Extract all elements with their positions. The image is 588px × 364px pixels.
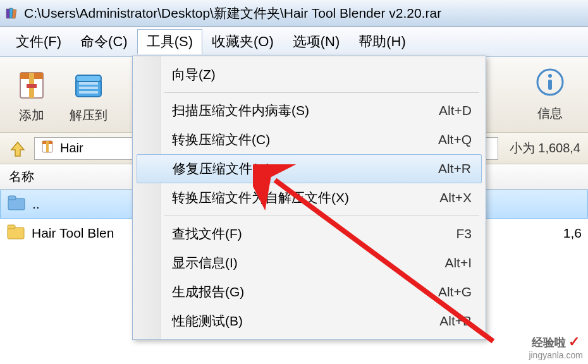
menu-benchmark[interactable]: 性能测试(B) Alt+B: [134, 306, 484, 336]
menu-file[interactable]: 文件(F): [6, 29, 71, 54]
menu-options[interactable]: 选项(N): [283, 29, 350, 54]
watermark: 经验啦 ✓ jingyanla.com: [529, 334, 583, 360]
menu-bar: 文件(F) 命令(C) 工具(S) 收藏夹(O) 选项(N) 帮助(H): [0, 27, 588, 57]
svg-rect-10: [79, 87, 98, 89]
info-icon: [531, 63, 569, 101]
menu-to-sfx[interactable]: 转换压缩文件为自解压文件(X) Alt+X: [134, 183, 484, 212]
menu-tools[interactable]: 工具(S): [137, 29, 202, 54]
info-label: 信息: [537, 105, 563, 122]
menu-show-info[interactable]: 显示信息(I) Alt+I: [134, 248, 484, 277]
extract-label: 解压到: [70, 107, 107, 124]
up-button[interactable]: [8, 138, 28, 159]
svg-point-13: [548, 74, 552, 78]
extract-button[interactable]: 解压到: [70, 65, 107, 124]
size-info: 小为 1,608,4: [505, 140, 580, 157]
folder-size: 1,6: [563, 226, 588, 241]
add-label: 添加: [19, 107, 44, 124]
separator: [164, 215, 479, 216]
svg-rect-19: [8, 196, 16, 200]
separator: [164, 92, 479, 93]
check-icon: ✓: [568, 334, 580, 349]
add-icon: [13, 65, 51, 103]
folder-icon: [6, 224, 25, 243]
menu-command[interactable]: 命令(C): [71, 29, 137, 54]
menu-help[interactable]: 帮助(H): [349, 29, 415, 54]
folder-name: Hair Tool Blen: [32, 226, 114, 241]
menu-wizard[interactable]: 向导(Z): [134, 60, 484, 89]
menu-repair[interactable]: 修复压缩文件(R) Alt+R: [137, 154, 482, 183]
menu-scan-virus[interactable]: 扫描压缩文件内病毒(S) Alt+D: [134, 96, 484, 125]
menu-find[interactable]: 查找文件(F) F3: [134, 219, 484, 248]
archive-icon: [40, 139, 55, 157]
updir-label: ..: [32, 197, 40, 212]
menu-convert[interactable]: 转换压缩文件(C) Alt+Q: [134, 125, 484, 154]
svg-rect-8: [76, 75, 101, 82]
path-text: Hair: [60, 141, 83, 155]
title-bar: C:\Users\Administrator\Desktop\新建文件夹\Hai…: [0, 0, 588, 27]
app-icon: [5, 6, 19, 20]
window-title: C:\Users\Administrator\Desktop\新建文件夹\Hai…: [24, 4, 441, 22]
svg-rect-0: [6, 9, 9, 18]
add-button[interactable]: 添加: [13, 65, 51, 124]
svg-rect-17: [46, 141, 49, 152]
svg-rect-21: [8, 225, 15, 229]
info-button[interactable]: 信息: [531, 63, 569, 122]
menu-favorites[interactable]: 收藏夹(O): [202, 29, 283, 54]
svg-rect-14: [548, 80, 552, 90]
svg-rect-20: [8, 228, 24, 239]
tools-dropdown: 向导(Z) 扫描压缩文件内病毒(S) Alt+D 转换压缩文件(C) Alt+Q…: [132, 56, 486, 340]
svg-rect-6: [27, 84, 37, 88]
svg-rect-9: [79, 82, 98, 85]
menu-report[interactable]: 生成报告(G) Alt+G: [134, 277, 484, 306]
svg-rect-11: [79, 91, 98, 94]
extract-icon: [70, 65, 107, 103]
updir-icon: [7, 195, 26, 214]
svg-rect-18: [8, 198, 25, 210]
